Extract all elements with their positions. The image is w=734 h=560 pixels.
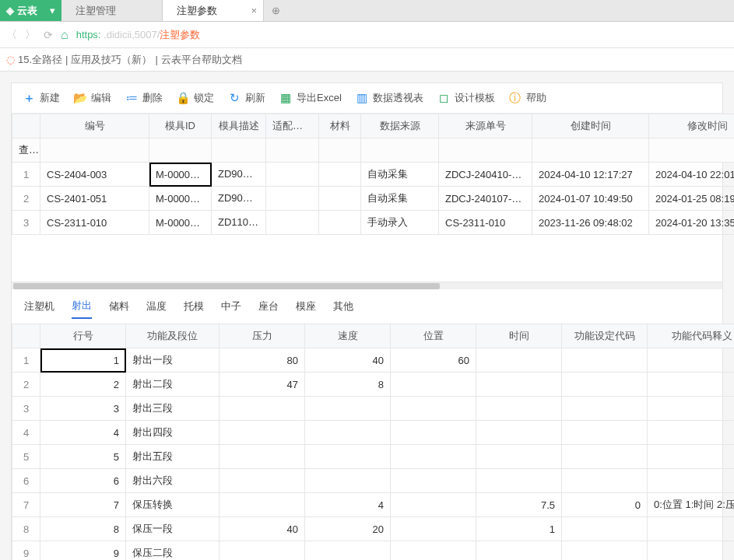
help-icon: ⓘ [509,92,522,104]
new-tab-button[interactable]: ⊕ [264,0,288,21]
breadcrumb-seg-1[interactable]: 15.全路径 [18,53,62,67]
close-icon[interactable]: × [251,5,257,16]
dcol-mean[interactable]: 功能代码释义 [648,324,735,348]
col-desc[interactable]: 模具描述 [212,114,266,138]
subtab-温度[interactable]: 温度 [146,299,167,318]
tab-label: 注塑参数 [177,4,217,18]
help-label: 帮助 [526,91,546,105]
detail-row[interactable]: 22射出二段478 [12,373,735,397]
detail-table[interactable]: 行号 功能及段位 压力 速度 位置 时间 功能设定代码 功能代码释义 11射出一… [12,324,734,560]
col-mat[interactable]: 材料 [319,114,361,138]
folder-icon: 📂 [74,92,86,104]
url-prefix: https: [76,29,101,40]
toolbar: ＋ 新建 📂 编辑 ≔ 删除 🔒 锁定 ↻ 刷新 ▦ 导出Excel [12,83,722,114]
brand-label: 云表 [17,4,37,18]
detail-row[interactable]: 66射出六段 [12,469,735,493]
detail-row[interactable]: 88保压一段40201 [12,517,735,541]
refresh-label: 刷新 [245,91,265,105]
design-button[interactable]: ◻ 设计模板 [437,91,495,105]
nav-bar: 〈 〉 ⟳ ⌂ https: .didicii,5007/注塑参数 [0,22,734,48]
breadcrumb: ◌ 15.全路径 | 应用及技巧（新） | 云表平台帮助文档 [0,48,734,72]
pivot-icon: ▥ [356,92,368,104]
forward-icon[interactable]: 〉 [25,28,36,42]
home-icon[interactable]: ⌂ [61,28,68,42]
excel-icon: ▦ [279,92,292,104]
dcol-t[interactable]: 时间 [476,324,562,348]
export-label: 导出Excel [297,91,342,105]
dcol-code[interactable]: 功能设定代码 [562,324,648,348]
col-prod[interactable]: 适配产品 [266,114,319,138]
table-row[interactable]: 3CS-2311-010M-00000553ZD110底盖盖手动录入CS-231… [12,211,735,235]
subtab-座台[interactable]: 座台 [258,299,279,318]
scrollbar-thumb[interactable] [13,283,440,289]
delete-button[interactable]: ≔ 删除 [125,91,163,105]
brand-dropdown[interactable]: ▾ [44,0,61,21]
url-mid: .didicii,5007/ [104,29,160,40]
col-ctime[interactable]: 创建时间 [532,114,649,138]
export-button[interactable]: ▦ 导出Excel [279,91,342,105]
refresh-icon: ↻ [228,92,241,104]
col-srcno[interactable]: 来源单号 [439,114,532,138]
refresh-nav-icon[interactable]: ⟳ [44,29,53,41]
template-icon: ◻ [437,92,450,104]
horizontal-scrollbar[interactable] [12,282,722,289]
col-mtime[interactable]: 修改时间 [649,114,735,138]
subtab-储料[interactable]: 储料 [109,299,129,318]
detail-row[interactable]: 77保压转换47.500:位置 1:时间 2:压力 [12,493,735,517]
tab-injection-params[interactable]: 注塑参数 × [163,0,264,21]
delete-label: 删除 [142,91,163,105]
col-mid[interactable]: 模具ID [149,114,212,138]
new-label: 新建 [40,91,60,105]
col-src[interactable]: 数据来源 [361,114,439,138]
breadcrumb-seg-2[interactable]: 应用及技巧（新） [71,53,152,67]
plus-icon: ⊕ [272,5,280,16]
url-path: 注塑参数 [160,29,200,40]
master-table[interactable]: 编号 模具ID 模具描述 适配产品 材料 数据来源 来源单号 创建时间 修改时间… [12,114,734,235]
back-icon[interactable]: 〈 [6,28,17,42]
detail-row[interactable]: 99保压二段 [12,541,735,561]
query-label: 查询 [12,138,40,163]
delete-icon: ≔ [125,92,138,104]
dcol-func[interactable]: 功能及段位 [126,324,219,348]
dcol-pos[interactable]: 位置 [391,324,476,348]
detail-row[interactable]: 55射出五段 [12,445,735,469]
subtab-托模[interactable]: 托模 [184,299,204,318]
edit-label: 编辑 [91,91,111,105]
detail-row[interactable]: 11射出一段804060 [12,348,735,373]
help-button[interactable]: ⓘ 帮助 [509,91,546,105]
brand-diamond-icon: ◈ [6,5,14,16]
brand-tab[interactable]: ◈ 云表 [0,0,44,21]
detail-row[interactable]: 44射出四段 [12,421,735,445]
breadcrumb-icon: ◌ [6,54,15,65]
plus-icon: ＋ [23,92,35,104]
title-tab-bar: ◈ 云表 ▾ 注塑管理 注塑参数 × ⊕ [0,0,734,22]
col-code[interactable]: 编号 [40,114,149,138]
table-header-row: 编号 模具ID 模具描述 适配产品 材料 数据来源 来源单号 创建时间 修改时间 [12,114,735,138]
design-label: 设计模板 [455,91,495,105]
edit-button[interactable]: 📂 编辑 [74,91,111,105]
main-panel: ＋ 新建 📂 编辑 ≔ 删除 🔒 锁定 ↻ 刷新 ▦ 导出Excel [11,82,723,560]
lock-icon: 🔒 [177,92,189,104]
subtab-中子[interactable]: 中子 [221,299,241,318]
subtab-注塑机[interactable]: 注塑机 [24,299,54,318]
dcol-line[interactable]: 行号 [40,324,126,348]
detail-row[interactable]: 33射出三段 [12,397,735,421]
address-text[interactable]: https: .didicii,5007/注塑参数 [76,28,201,42]
dcol-p[interactable]: 压力 [219,324,305,348]
subtab-模座[interactable]: 模座 [296,299,316,318]
lock-button[interactable]: 🔒 锁定 [177,91,214,105]
table-query-row[interactable]: 查询 [12,138,735,163]
subtab-射出[interactable]: 射出 [72,299,92,319]
pivot-button[interactable]: ▥ 数据透视表 [356,91,423,105]
table-row[interactable]: 2CS-2401-051M-00000471ZD90电机罩自动采集ZDCJ-24… [12,187,735,211]
refresh-button[interactable]: ↻ 刷新 [228,91,265,105]
tab-injection-mgmt[interactable]: 注塑管理 [61,0,163,21]
new-button[interactable]: ＋ 新建 [23,91,60,105]
lock-label: 锁定 [194,91,214,105]
subtab-其他[interactable]: 其他 [333,299,353,318]
tab-label: 注塑管理 [76,4,116,18]
dcol-s[interactable]: 速度 [305,324,391,348]
breadcrumb-seg-3[interactable]: 云表平台帮助文档 [161,53,242,67]
detail-header-row: 行号 功能及段位 压力 速度 位置 时间 功能设定代码 功能代码释义 [12,324,735,348]
table-row[interactable]: 1CS-2404-003M-00000470ZD90顶盖自动采集ZDCJ-240… [12,163,735,187]
